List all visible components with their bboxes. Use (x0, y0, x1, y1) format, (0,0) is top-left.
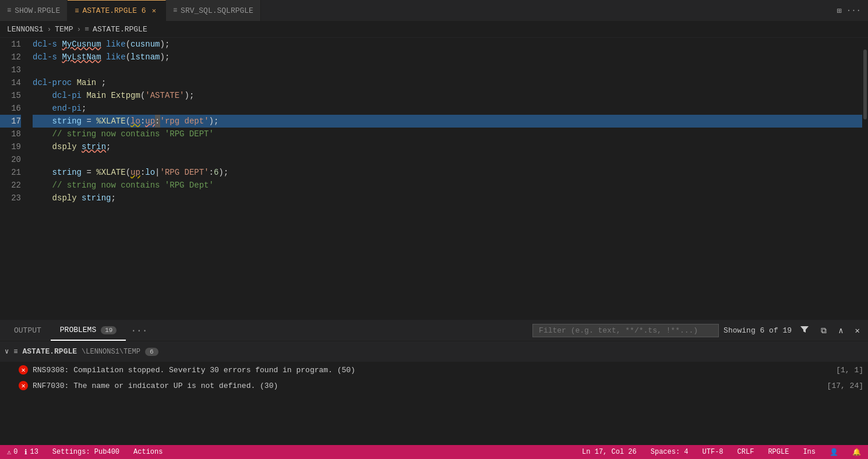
tab-output[interactable]: OUTPUT (5, 320, 51, 341)
tab-show-icon: ≡ (7, 6, 11, 15)
panel-tab-bar: OUTPUT PROBLEMS 19 ··· Showing 6 of 19 ⧉… (0, 320, 868, 341)
panel-more-button[interactable]: ··· (126, 326, 152, 336)
problem-text-1: RNS9308: Compilation stopped. Severity 3… (33, 366, 355, 375)
group-file-icon: ≡ (13, 348, 17, 356)
account-icon: 👤 (830, 448, 838, 457)
tab-srv-sql-icon: ≡ (173, 6, 177, 15)
spaces-label: Spaces: 4 (651, 448, 689, 456)
problem-item-2[interactable]: ✕ RNF7030: The name or indicator UP is n… (0, 378, 868, 394)
problems-badge: 19 (101, 326, 117, 334)
status-actions[interactable]: Actions (131, 445, 165, 459)
code-line-14: dcl-proc Main ; (33, 76, 862, 89)
problem-text-2: RNF7030: The name or indicator UP is not… (33, 382, 278, 390)
warning-count: 0 (13, 448, 17, 456)
code-line-16: end-pi; (33, 102, 862, 115)
editor-scrollbar[interactable] (862, 38, 868, 320)
tab-show[interactable]: ≡ SHOW.RPGLE (0, 0, 68, 21)
code-line-18: // string now contains 'RPG DEPT' (33, 128, 862, 140)
info-icon: ℹ (24, 448, 27, 457)
code-line-20 (33, 153, 862, 166)
code-line-11: dcl-s MyCusnum like(cusnum); (33, 38, 862, 51)
tab-srv-sql-label: SRV_SQL.SQLRPGLE (181, 6, 253, 15)
breadcrumb-sep1: › (47, 25, 51, 34)
breadcrumb: LENNONS1 › TEMP › ≡ ASTATE.RPGLE (0, 22, 868, 38)
breadcrumb-file-icon: ≡ (84, 25, 89, 34)
code-line-15: dcl-pi Main Extpgm('ASTATE'); (33, 89, 862, 102)
code-line-21: string = %XLATE(up:lo|'RPG DEPT':6); (33, 166, 862, 179)
tab-astate[interactable]: ≡ ASTATE.RPGLE 6 ✕ (68, 0, 166, 21)
status-account-icon[interactable]: 👤 (827, 445, 841, 459)
warning-icon: ⚠ (7, 448, 11, 457)
status-warnings[interactable]: ⚠ 0 ℹ 13 (5, 445, 41, 459)
status-settings[interactable]: Settings: Pub400 (50, 445, 122, 459)
tab-astate-icon: ≡ (75, 7, 79, 15)
tab-problems-label: PROBLEMS (60, 326, 96, 334)
status-encoding[interactable]: UTF-8 (700, 445, 726, 459)
group-count: 6 (145, 348, 158, 356)
filter-input[interactable] (532, 324, 719, 337)
status-language[interactable]: RPGLE (765, 445, 791, 459)
status-bar: ⚠ 0 ℹ 13 Settings: Pub400 Actions Ln 17,… (0, 445, 868, 459)
code-line-19: dsply strin; (33, 140, 862, 153)
panel-filter-area: Showing 6 of 19 ⧉ ∧ ✕ (532, 323, 863, 338)
status-mode[interactable]: Ins (800, 445, 818, 459)
info-count: 13 (30, 448, 38, 456)
status-position[interactable]: Ln 17, Col 26 (580, 445, 639, 459)
breadcrumb-sep2: › (76, 25, 81, 34)
code-content[interactable]: dcl-s MyCusnum like(cusnum); dcl-s MyLst… (28, 38, 862, 320)
tab-astate-close[interactable]: ✕ (150, 5, 158, 16)
collapse-all-icon[interactable]: ⧉ (817, 324, 830, 337)
tab-astate-label: ASTATE.RPGLE 6 (82, 6, 146, 15)
breadcrumb-lennons1[interactable]: LENNONS1 (7, 25, 43, 34)
breadcrumb-astate[interactable]: ASTATE.RPGLE (93, 25, 147, 34)
code-line-13 (33, 63, 862, 76)
expand-icon[interactable]: ∧ (835, 324, 846, 337)
close-panel-icon[interactable]: ✕ (852, 324, 863, 337)
more-actions-icon[interactable]: ··· (846, 6, 861, 15)
problem-location-1: [1, 1] (836, 366, 863, 375)
encoding-label: UTF-8 (703, 448, 724, 456)
split-editor-icon[interactable]: ⊞ (837, 6, 841, 16)
breadcrumb-temp[interactable]: TEMP (55, 25, 73, 34)
line-ending-label: CRLF (738, 448, 754, 456)
problems-panel: OUTPUT PROBLEMS 19 ··· Showing 6 of 19 ⧉… (0, 320, 868, 445)
code-line-23: dsply string; (33, 192, 862, 204)
filter-icon[interactable] (796, 323, 813, 338)
line-numbers: 11 12 13 14 15 16 17 18 19 20 21 22 23 (0, 38, 28, 320)
error-icon-1: ✕ (19, 365, 28, 375)
actions-label: Actions (133, 448, 163, 456)
tab-bar: ≡ SHOW.RPGLE ≡ ASTATE.RPGLE 6 ✕ ≡ SRV_SQ… (0, 0, 868, 22)
tab-output-label: OUTPUT (14, 326, 41, 335)
code-line-12: dcl-s MyLstNam like(lstnam); (33, 51, 862, 63)
code-line-22: // string now contains 'RPG Dept' (33, 179, 862, 192)
group-path: \LENNONS1\TEMP (82, 348, 140, 356)
problem-item-1[interactable]: ✕ RNS9308: Compilation stopped. Severity… (0, 362, 868, 378)
status-line-ending[interactable]: CRLF (735, 445, 757, 459)
notification-bell-icon: 🔔 (852, 448, 861, 457)
position-label: Ln 17, Col 26 (582, 448, 637, 456)
mode-label: Ins (803, 448, 816, 456)
problem-group-astate[interactable]: ∨ ≡ ASTATE.RPGLE \LENNONS1\TEMP 6 (0, 341, 868, 362)
tab-actions: ⊞ ··· (830, 6, 868, 16)
status-spaces[interactable]: Spaces: 4 (648, 445, 691, 459)
group-name: ASTATE.RPGLE (22, 347, 77, 356)
problem-location-2: [17, 24] (827, 382, 863, 390)
scrollbar-thumb[interactable] (863, 50, 867, 119)
group-chevron-icon: ∨ (5, 347, 9, 356)
code-line-17: string = %XLATE(lo:up:'rpg dept'); (33, 115, 862, 128)
language-label: RPGLE (768, 448, 789, 456)
settings-label: Settings: Pub400 (52, 448, 119, 456)
status-notifications-icon[interactable]: 🔔 (850, 445, 863, 459)
error-icon-2: ✕ (19, 381, 28, 390)
tab-show-label: SHOW.RPGLE (15, 6, 60, 15)
problems-list: ∨ ≡ ASTATE.RPGLE \LENNONS1\TEMP 6 ✕ RNS9… (0, 341, 868, 445)
editor: 11 12 13 14 15 16 17 18 19 20 21 22 23 d… (0, 38, 868, 320)
tab-srv-sql[interactable]: ≡ SRV_SQL.SQLRPGLE (166, 0, 261, 21)
showing-count: Showing 6 of 19 (724, 326, 792, 335)
tab-problems[interactable]: PROBLEMS 19 (51, 320, 126, 341)
